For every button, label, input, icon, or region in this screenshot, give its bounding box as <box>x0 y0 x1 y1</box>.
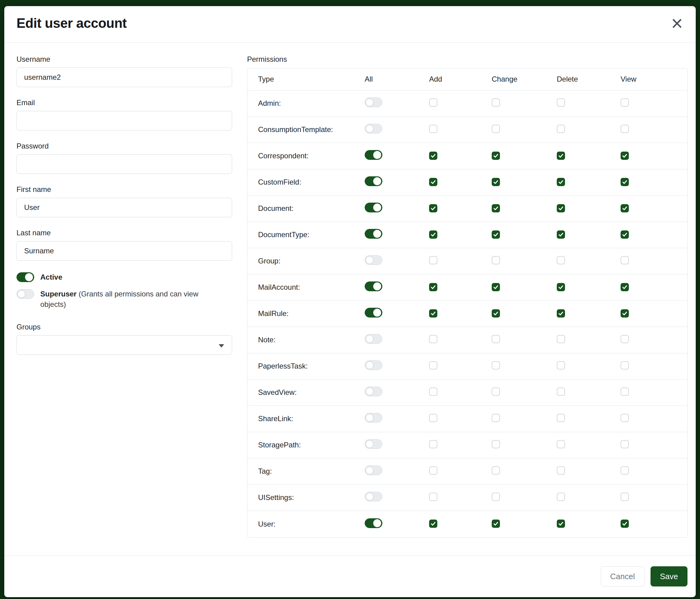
permission-change-checkbox[interactable] <box>492 151 500 160</box>
permission-add-checkbox[interactable] <box>429 440 438 448</box>
permission-view-checkbox[interactable] <box>621 178 629 186</box>
permission-add-checkbox[interactable] <box>429 335 438 343</box>
permission-view-checkbox[interactable] <box>621 335 629 343</box>
permission-all-toggle[interactable] <box>365 518 382 528</box>
permission-change-checkbox[interactable] <box>492 387 500 396</box>
permission-add-checkbox[interactable] <box>429 361 438 369</box>
permission-add-checkbox[interactable] <box>429 151 438 160</box>
permission-view-checkbox[interactable] <box>621 309 629 317</box>
permission-all-toggle[interactable] <box>365 255 382 265</box>
permission-change-checkbox[interactable] <box>492 178 500 186</box>
permission-delete-checkbox[interactable] <box>557 309 565 317</box>
permission-add-checkbox[interactable] <box>429 283 438 291</box>
last-name-input[interactable] <box>17 241 232 261</box>
permission-add-checkbox[interactable] <box>429 256 438 264</box>
permission-row: Admin: <box>247 91 688 117</box>
permission-add-checkbox[interactable] <box>429 387 438 396</box>
permission-change-checkbox[interactable] <box>492 361 500 369</box>
close-icon[interactable]: × <box>671 15 683 31</box>
permission-change-checkbox[interactable] <box>492 204 500 212</box>
first-name-input[interactable] <box>17 198 232 217</box>
permission-all-toggle[interactable] <box>365 492 382 502</box>
permission-delete-checkbox[interactable] <box>557 335 565 343</box>
permission-delete-checkbox[interactable] <box>557 493 565 501</box>
permission-change-checkbox[interactable] <box>492 125 500 133</box>
permission-all-toggle[interactable] <box>365 308 382 317</box>
permission-add-checkbox[interactable] <box>429 309 438 317</box>
email-input[interactable] <box>17 111 232 130</box>
permission-row: Tag: <box>247 458 688 485</box>
permission-delete-checkbox[interactable] <box>557 387 565 396</box>
permission-view-checkbox[interactable] <box>621 151 629 160</box>
permission-add-checkbox[interactable] <box>429 466 438 475</box>
permission-all-toggle[interactable] <box>365 334 382 344</box>
permission-all-toggle[interactable] <box>365 413 382 423</box>
permission-change-checkbox[interactable] <box>492 256 500 264</box>
permission-change-checkbox[interactable] <box>492 440 500 448</box>
permission-add-checkbox[interactable] <box>429 231 438 239</box>
permission-all-toggle[interactable] <box>365 176 382 186</box>
permission-all-toggle[interactable] <box>365 202 382 212</box>
permission-delete-checkbox[interactable] <box>557 256 565 264</box>
permission-all-toggle[interactable] <box>365 387 382 397</box>
permission-add-checkbox[interactable] <box>429 98 438 107</box>
permission-type-label: MailAccount: <box>247 283 365 291</box>
permission-view-checkbox[interactable] <box>621 361 629 369</box>
permission-view-checkbox[interactable] <box>621 204 629 212</box>
permission-view-checkbox[interactable] <box>621 283 629 291</box>
permission-change-checkbox[interactable] <box>492 283 500 291</box>
permission-type-label: MailRule: <box>247 309 365 318</box>
groups-select[interactable] <box>17 335 232 355</box>
permission-delete-checkbox[interactable] <box>557 125 565 133</box>
permission-view-checkbox[interactable] <box>621 466 629 475</box>
permission-all-toggle[interactable] <box>365 150 382 160</box>
permission-delete-checkbox[interactable] <box>557 414 565 422</box>
permission-add-checkbox[interactable] <box>429 125 438 133</box>
permission-change-checkbox[interactable] <box>492 414 500 422</box>
permission-all-toggle[interactable] <box>365 439 382 449</box>
permission-delete-checkbox[interactable] <box>557 178 565 186</box>
permission-delete-checkbox[interactable] <box>557 98 565 107</box>
permission-add-checkbox[interactable] <box>429 493 438 501</box>
permission-view-checkbox[interactable] <box>621 125 629 133</box>
permission-add-checkbox[interactable] <box>429 520 438 528</box>
permission-delete-checkbox[interactable] <box>557 440 565 448</box>
permission-view-checkbox[interactable] <box>621 387 629 396</box>
permission-view-checkbox[interactable] <box>621 520 629 528</box>
permission-all-toggle[interactable] <box>365 465 382 475</box>
permission-change-checkbox[interactable] <box>492 335 500 343</box>
permission-view-checkbox[interactable] <box>621 440 629 448</box>
permission-add-checkbox[interactable] <box>429 204 438 212</box>
permission-delete-checkbox[interactable] <box>557 231 565 239</box>
permission-delete-checkbox[interactable] <box>557 466 565 475</box>
permission-delete-checkbox[interactable] <box>557 151 565 160</box>
username-input[interactable] <box>17 68 232 87</box>
permission-view-checkbox[interactable] <box>621 256 629 264</box>
permission-change-checkbox[interactable] <box>492 493 500 501</box>
permission-all-toggle[interactable] <box>365 97 382 107</box>
permission-change-checkbox[interactable] <box>492 466 500 475</box>
permission-all-toggle[interactable] <box>365 360 382 370</box>
permission-delete-checkbox[interactable] <box>557 283 565 291</box>
permission-change-checkbox[interactable] <box>492 231 500 239</box>
active-toggle[interactable] <box>17 272 34 282</box>
permission-view-checkbox[interactable] <box>621 98 629 107</box>
permission-delete-checkbox[interactable] <box>557 520 565 528</box>
cancel-button[interactable]: Cancel <box>601 566 644 586</box>
permission-delete-checkbox[interactable] <box>557 361 565 369</box>
permission-all-toggle[interactable] <box>365 124 382 134</box>
permission-delete-checkbox[interactable] <box>557 204 565 212</box>
password-input[interactable] <box>17 154 232 174</box>
permission-change-checkbox[interactable] <box>492 520 500 528</box>
permission-all-toggle[interactable] <box>365 229 382 239</box>
permission-add-checkbox[interactable] <box>429 414 438 422</box>
permission-change-checkbox[interactable] <box>492 98 500 107</box>
permission-view-checkbox[interactable] <box>621 231 629 239</box>
permission-add-checkbox[interactable] <box>429 178 438 186</box>
permission-view-checkbox[interactable] <box>621 493 629 501</box>
superuser-toggle[interactable] <box>17 289 34 299</box>
permission-all-toggle[interactable] <box>365 282 382 291</box>
permission-change-checkbox[interactable] <box>492 309 500 317</box>
permission-view-checkbox[interactable] <box>621 414 629 422</box>
save-button[interactable]: Save <box>651 566 688 586</box>
